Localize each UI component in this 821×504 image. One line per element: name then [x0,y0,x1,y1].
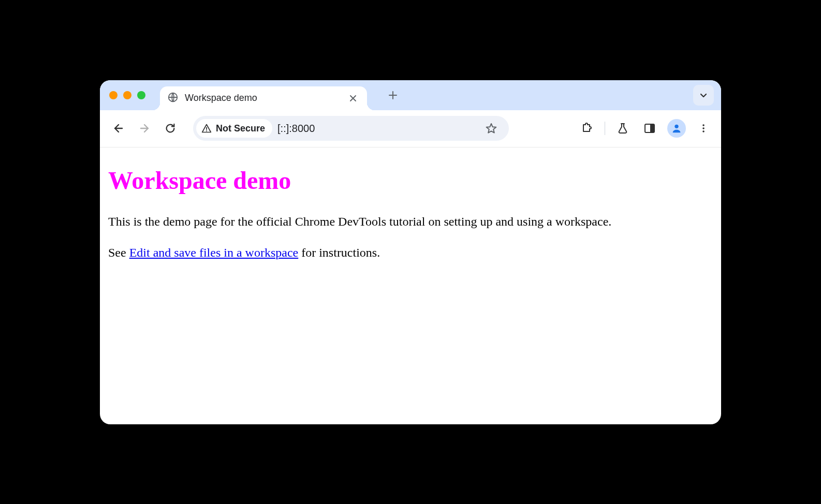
security-chip[interactable]: Not Secure [196,119,272,138]
toolbar-actions [578,119,713,138]
page-content: Workspace demo This is the demo page for… [100,147,721,424]
tutorial-link[interactable]: Edit and save files in a workspace [129,246,299,259]
svg-point-4 [675,125,678,128]
tab-strip: Workspace demo [100,80,721,110]
extensions-button[interactable] [578,119,596,138]
close-icon [349,94,357,102]
panel-icon [643,122,656,135]
profile-button[interactable] [667,119,686,138]
back-button[interactable] [108,118,129,139]
puzzle-icon [581,122,593,135]
kebab-icon [698,123,709,134]
chevron-down-icon [699,91,708,100]
arrow-left-icon [112,122,125,135]
window-controls [109,91,145,99]
reload-icon [165,123,176,134]
svg-point-5 [702,124,705,126]
intro-paragraph: This is the demo page for the official C… [108,213,713,230]
window-minimize-button[interactable] [123,91,131,99]
svg-point-6 [702,127,705,129]
address-bar[interactable]: Not Secure [::]:8000 [193,116,509,141]
instructions-paragraph: See Edit and save files in a workspace f… [108,244,713,261]
text-after-link: for instructions. [298,246,380,259]
svg-point-1 [206,130,207,131]
bookmark-button[interactable] [483,120,500,137]
flask-icon [617,122,629,135]
close-tab-button[interactable] [347,93,359,104]
svg-point-7 [702,130,705,132]
toolbar-separator [605,122,605,135]
window-maximize-button[interactable] [137,91,145,99]
tab-title: Workspace demo [185,93,341,103]
svg-rect-3 [650,124,654,132]
text-before-link: See [108,246,129,259]
url-text: [::]:8000 [277,123,315,135]
browser-window: Workspace demo Not Secure [::]:8000 [100,80,721,424]
arrow-right-icon [138,122,151,135]
side-panel-button[interactable] [640,119,659,138]
menu-button[interactable] [694,119,713,138]
plus-icon [388,91,398,100]
browser-tab[interactable]: Workspace demo [160,86,367,110]
tab-search-button[interactable] [693,85,714,106]
reload-button[interactable] [160,118,181,139]
warning-icon [201,123,212,134]
new-tab-button[interactable] [384,86,402,105]
forward-button[interactable] [134,118,155,139]
person-icon [671,123,682,134]
globe-icon [167,92,179,105]
security-label: Not Secure [216,123,265,134]
toolbar: Not Secure [::]:8000 [100,110,721,147]
star-icon [485,122,497,135]
page-heading: Workspace demo [108,166,713,195]
labs-button[interactable] [613,119,632,138]
window-close-button[interactable] [109,91,118,99]
